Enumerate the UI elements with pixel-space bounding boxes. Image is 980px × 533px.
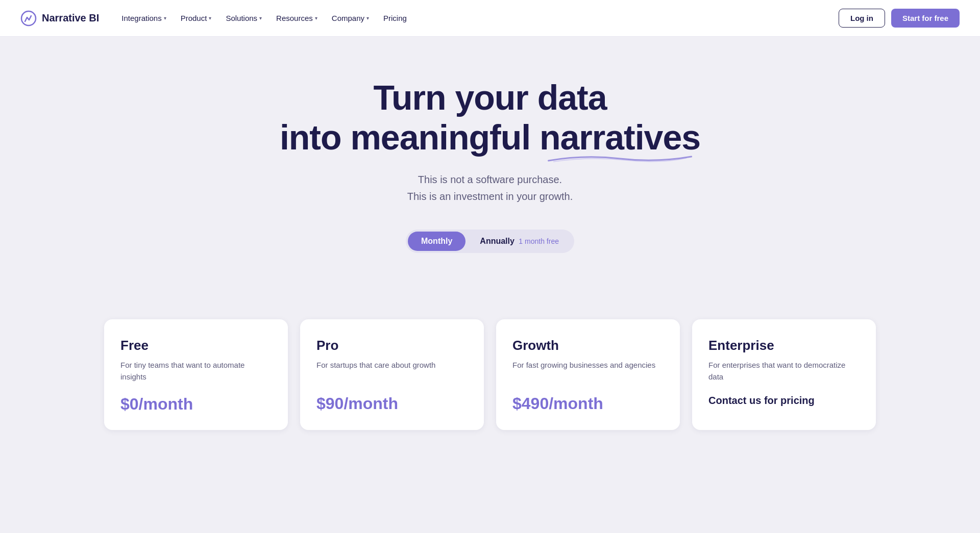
hero-title-line2-plain: into meaningful	[280, 118, 540, 157]
plan-description-free: For tiny teams that want to automate ins…	[120, 360, 272, 383]
start-button[interactable]: Start for free	[891, 9, 960, 28]
annually-toggle[interactable]: Annually 1 month free	[467, 232, 572, 251]
chevron-icon-integrations: ▾	[164, 15, 166, 21]
monthly-toggle[interactable]: Monthly	[408, 232, 465, 251]
nav-link-resources[interactable]: Resources▾	[270, 10, 324, 27]
plan-price-growth: $490/month	[512, 394, 664, 413]
brand-name: Narrative BI	[42, 12, 99, 24]
chevron-icon-company: ▾	[366, 15, 369, 21]
nav-link-product[interactable]: Product▾	[175, 10, 218, 27]
billing-toggle: Monthly Annually 1 month free	[406, 230, 574, 253]
plan-description-pro: For startups that care about growth	[316, 360, 468, 382]
logo-icon	[20, 10, 37, 27]
plan-name-growth: Growth	[512, 338, 664, 353]
annually-label: Annually	[480, 237, 514, 245]
plan-price-free: $0/month	[120, 395, 272, 414]
nav-link-company[interactable]: Company▾	[326, 10, 375, 27]
plan-name-free: Free	[120, 338, 272, 353]
pricing-card-growth: GrowthFor fast growing businesses and ag…	[496, 319, 680, 430]
plan-price-pro: $90/month	[316, 394, 468, 413]
pricing-card-enterprise: EnterpriseFor enterprises that want to d…	[692, 319, 876, 430]
nav-link-integrations[interactable]: Integrations▾	[115, 10, 172, 27]
nav-logo[interactable]: Narrative BI	[20, 10, 99, 27]
hero-underline-wrap: narratives	[540, 118, 700, 157]
annually-badge: 1 month free	[519, 237, 559, 245]
pricing-section: FreeFor tiny teams that want to automate…	[0, 319, 980, 430]
hero-title-line1: Turn your data	[373, 78, 606, 117]
plan-description-growth: For fast growing businesses and agencies	[512, 360, 664, 382]
chevron-icon-resources: ▾	[315, 15, 317, 21]
chevron-icon-solutions: ▾	[259, 15, 262, 21]
plan-name-enterprise: Enterprise	[708, 338, 860, 353]
nav-actions: Log in Start for free	[839, 9, 960, 28]
nav-links: Integrations▾Product▾Solutions▾Resources…	[115, 10, 839, 27]
subtitle-line2: This is an investment in your growth.	[407, 191, 573, 202]
plan-description-enterprise: For enterprises that want to democratize…	[708, 360, 860, 383]
hero-title-underlined: narratives	[540, 118, 700, 157]
plan-price-enterprise: Contact us for pricing	[708, 395, 860, 407]
navbar: Narrative BI Integrations▾Product▾Soluti…	[0, 0, 980, 37]
nav-link-pricing[interactable]: Pricing	[377, 10, 413, 27]
nav-link-solutions[interactable]: Solutions▾	[219, 10, 268, 27]
chevron-icon-product: ▾	[209, 15, 211, 21]
hero-title: Turn your data into meaningful narrative…	[280, 78, 700, 157]
hero-subtitle: This is not a software purchase. This is…	[407, 171, 573, 205]
login-button[interactable]: Log in	[839, 9, 885, 28]
plan-name-pro: Pro	[316, 338, 468, 353]
subtitle-line1: This is not a software purchase.	[418, 174, 562, 185]
hero-section: Turn your data into meaningful narrative…	[0, 37, 980, 319]
pricing-card-pro: ProFor startups that care about growth$9…	[300, 319, 484, 430]
pricing-card-free: FreeFor tiny teams that want to automate…	[104, 319, 288, 430]
